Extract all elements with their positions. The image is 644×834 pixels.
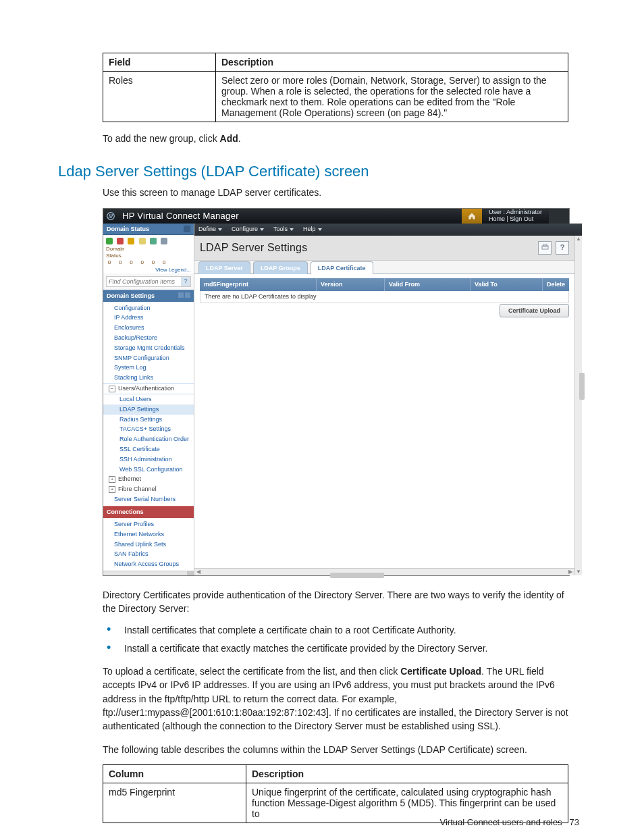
home-icon[interactable] (462, 209, 482, 224)
menu-define[interactable]: Define (198, 226, 222, 233)
find-input[interactable] (107, 277, 181, 286)
count-0: 0 (106, 259, 113, 266)
nav-scroll-down[interactable] (103, 571, 194, 575)
scroll-thumb[interactable] (330, 573, 384, 578)
expand-box-icon[interactable]: + (109, 486, 115, 493)
nav-backup-restore[interactable]: Backup/Restore (103, 333, 194, 343)
section-actions (177, 292, 190, 300)
nav-ssh-administration[interactable]: SSH Administration (103, 454, 194, 465)
cell-column: md5 Fingerprint (103, 783, 246, 823)
caret-down-icon (318, 228, 322, 231)
nav-server-profiles[interactable]: Server Profiles (103, 519, 194, 529)
col-delete[interactable]: Delete (543, 278, 569, 291)
domain-settings-label: Domain Settings (107, 292, 155, 300)
status-refresh-icon[interactable] (150, 238, 157, 244)
menu-help[interactable]: Help (303, 226, 322, 233)
nav-stacking-links[interactable]: Stacking Links (103, 373, 194, 383)
menu-tools-label: Tools (273, 226, 288, 233)
count-4: 0 (150, 259, 157, 266)
nav-shared-uplink-sets[interactable]: Shared Uplink Sets (103, 540, 194, 550)
status-ok-icon[interactable] (106, 238, 113, 244)
nav-server-serial[interactable]: Server Serial Numbers (103, 494, 194, 504)
view-legend-link[interactable]: View Legend... (106, 267, 191, 273)
domain-settings-header[interactable]: Domain Settings (103, 290, 194, 302)
col-md5[interactable]: md5Fingerprint (200, 278, 317, 291)
titlebar: HP Virtual Connect Manager User : Admini… (103, 209, 569, 224)
nav-storage-credentials[interactable]: Storage Mgmt Credentials (103, 343, 194, 353)
status-warning-icon[interactable] (128, 238, 134, 244)
scroll-right-icon[interactable]: ▶ (566, 569, 574, 575)
collapse-icon[interactable] (184, 226, 190, 232)
title-help-icon[interactable] (549, 209, 569, 224)
nav-fibre-group[interactable]: +Fibre Channel (103, 484, 194, 494)
col-validto[interactable]: Valid To (471, 278, 543, 291)
dir-cert-para: Directory Certificates provide authentic… (103, 588, 568, 616)
expand-box-icon[interactable]: + (109, 476, 115, 483)
page-link-84[interactable]: 84 (427, 107, 438, 118)
find-box: ? (106, 276, 191, 287)
page-footer: Virtual Connect users and roles 73 (440, 817, 579, 827)
nav-radius-settings[interactable]: Radius Settings (103, 415, 194, 425)
upload-bold: Certificate Upload (400, 666, 481, 677)
caret-down-icon (218, 228, 222, 231)
nav-tacacs-settings[interactable]: TACACS+ Settings (103, 424, 194, 434)
tab-ldap-certificate[interactable]: LDAP Certificate (311, 261, 373, 275)
horizontal-scrollbar[interactable]: ◀ ▶ (194, 568, 574, 575)
scroll-left-icon[interactable]: ◀ (194, 569, 203, 575)
certificate-upload-button[interactable]: Certificate Upload (500, 304, 569, 317)
nav-role-auth-order[interactable]: Role Authentication Order (103, 434, 194, 444)
nav-network-access-groups[interactable]: Network Access Groups (103, 559, 194, 569)
connections-header[interactable]: Connections (103, 506, 194, 518)
nav-ethernet-networks[interactable]: Ethernet Networks (103, 529, 194, 540)
tab-ldap-server[interactable]: LDAP Server (198, 261, 250, 275)
app-title: HP Virtual Connect Manager (122, 211, 239, 221)
menubar: Define Configure Tools Help (194, 224, 582, 236)
domain-status-text: Domain Status (106, 246, 113, 259)
scroll-down-icon[interactable]: ▼ (575, 569, 582, 575)
caret-down-icon (260, 228, 264, 231)
domain-status-header[interactable]: Domain Status (103, 224, 194, 236)
panel-title-row: LDAP Server Settings ? (194, 236, 574, 261)
col-validfrom[interactable]: Valid From (385, 278, 471, 291)
col-version[interactable]: Version (317, 278, 385, 291)
tab-ldap-groups[interactable]: LDAP Groups (253, 261, 308, 275)
nav-ssl-certificate[interactable]: SSL Certificate (103, 444, 194, 454)
nav-ldap-settings[interactable]: LDAP Settings (103, 405, 194, 415)
menu-tools[interactable]: Tools (273, 226, 294, 233)
left-nav: Domain Status Domain Status 0 (103, 224, 194, 575)
hp-logo-icon (106, 211, 118, 221)
scroll-thumb[interactable] (579, 373, 585, 400)
cell-description: Select zero or more roles (Domain, Netwo… (216, 72, 568, 122)
add-group-pre: To add the new group, click (103, 133, 220, 144)
nav-san-fabrics[interactable]: SAN Fabrics (103, 549, 194, 559)
nav-system-log[interactable]: System Log (103, 363, 194, 373)
help-icon[interactable]: ? (556, 241, 569, 255)
roles-table: Field Description Roles Select zero or m… (103, 53, 568, 122)
vertical-scrollbar[interactable]: ▲ ▼ (574, 236, 582, 575)
cell-field: Roles (103, 72, 216, 122)
panel-title: LDAP Server Settings (200, 241, 307, 254)
status-other-icon[interactable] (161, 238, 167, 244)
user-line2[interactable]: Home | Sign Out (489, 216, 542, 223)
nav-ethernet-group[interactable]: +Ethernet (103, 474, 194, 484)
collapse-box-icon[interactable]: − (109, 386, 115, 392)
nav-snmp[interactable]: SNMP Configuration (103, 353, 194, 363)
status-degraded-icon[interactable] (139, 238, 146, 244)
find-go-icon[interactable]: ? (181, 277, 190, 286)
users-auth-label: Users/Authentication (118, 385, 174, 392)
status-critical-icon[interactable] (117, 238, 124, 244)
count-3: 0 (139, 259, 146, 266)
nav-ip-address[interactable]: IP Address (103, 313, 194, 323)
nav-enclosures[interactable]: Enclosures (103, 323, 194, 333)
nav-scroll-handle-icon[interactable] (187, 571, 194, 575)
nav-local-users[interactable]: Local Users (103, 394, 194, 405)
caret-down-icon (290, 228, 294, 231)
menu-configure[interactable]: Configure (232, 226, 264, 233)
print-icon[interactable] (538, 241, 552, 255)
roles-row: Roles Select zero or more roles (Domain,… (103, 72, 568, 122)
scroll-up-icon[interactable]: ▲ (575, 236, 582, 242)
count-2: 0 (128, 259, 134, 266)
nav-web-ssl-config[interactable]: Web SSL Configuration (103, 465, 194, 475)
nav-configuration[interactable]: Configuration (103, 303, 194, 313)
nav-users-auth-group[interactable]: −Users/Authentication (103, 383, 194, 394)
